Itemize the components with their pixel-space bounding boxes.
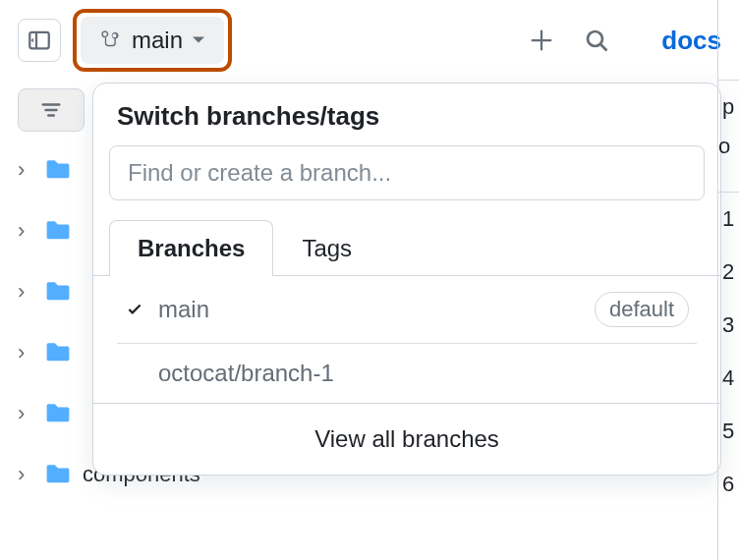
branch-row[interactable]: octocat/branch-1 <box>117 344 697 403</box>
line-number: 2 <box>718 246 739 299</box>
branch-selector-highlight: main <box>73 9 232 72</box>
branch-name: main <box>158 296 209 323</box>
folder-icon <box>45 218 71 244</box>
line-number: 4 <box>718 352 739 405</box>
line-number: 3 <box>718 299 739 352</box>
chevron-right-icon: › <box>18 279 33 305</box>
line-number: 1 <box>718 193 739 246</box>
side-panel-toggle[interactable] <box>18 19 61 62</box>
branch-row[interactable]: main default <box>117 276 697 344</box>
chevron-right-icon: › <box>18 462 33 487</box>
tab-branches[interactable]: Branches <box>109 220 273 276</box>
search-icon <box>585 28 608 52</box>
view-all-branches-link[interactable]: View all branches <box>93 403 720 475</box>
branch-search-input[interactable] <box>109 145 705 200</box>
folder-icon <box>45 157 71 183</box>
popover-title: Switch branches/tags <box>93 101 720 132</box>
svg-point-2 <box>588 31 602 46</box>
line-number: 6 <box>718 458 739 511</box>
branch-selector-label: main <box>132 27 183 54</box>
filter-button[interactable] <box>18 88 85 132</box>
git-branch-icon <box>100 29 122 51</box>
plus-icon <box>530 28 553 52</box>
caret-down-icon <box>193 34 204 46</box>
add-button[interactable] <box>520 19 563 62</box>
chevron-right-icon: › <box>18 340 33 365</box>
branch-switcher-popover: Switch branches/tags Branches Tags main … <box>92 83 721 476</box>
folder-icon <box>45 462 71 487</box>
search-button[interactable] <box>575 19 618 62</box>
panel-icon <box>28 28 51 52</box>
folder-icon <box>45 340 71 365</box>
branch-selector-button[interactable]: main <box>81 17 224 64</box>
chevron-right-icon: › <box>18 157 33 183</box>
filter-icon <box>40 99 62 121</box>
chevron-right-icon: › <box>18 401 33 426</box>
gutter-text: o <box>718 134 739 193</box>
folder-icon <box>45 279 71 305</box>
line-number: 5 <box>718 405 739 458</box>
gutter-text: p <box>718 81 739 134</box>
chevron-right-icon: › <box>18 218 33 244</box>
docs-link[interactable]: docs <box>661 26 721 56</box>
right-gutter: p o 1 2 3 4 5 6 <box>717 0 739 560</box>
check-icon <box>125 301 144 318</box>
tab-tags[interactable]: Tags <box>273 220 380 276</box>
default-badge: default <box>595 292 689 327</box>
svg-line-3 <box>601 45 607 51</box>
branch-name: octocat/branch-1 <box>158 360 334 387</box>
folder-icon <box>45 401 71 426</box>
